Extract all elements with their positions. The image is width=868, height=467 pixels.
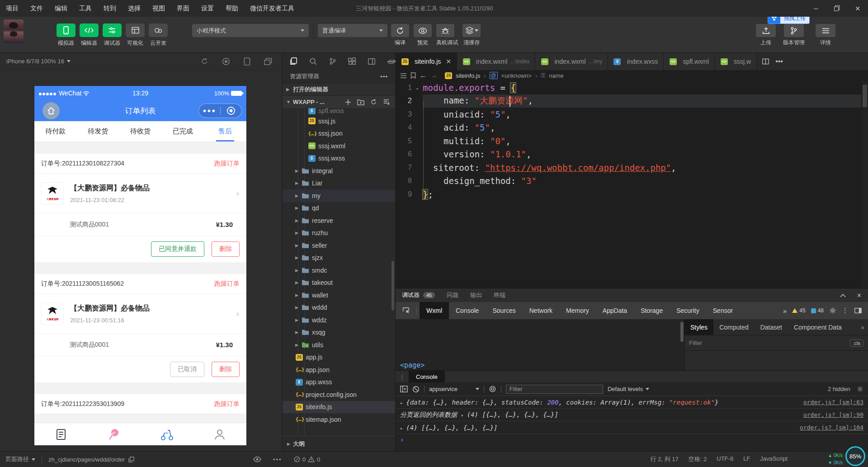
more-dots-icon[interactable]: ●●● xyxy=(199,108,220,113)
device-select[interactable]: iPhone 6/7/8 100% 16 xyxy=(6,58,71,65)
wxml-scrollbar[interactable] xyxy=(680,322,684,342)
menu-选择[interactable]: 选择 xyxy=(122,0,146,17)
encoding[interactable]: UTF-8 xyxy=(717,455,733,463)
tree-item-app.wxss[interactable]: Sapp.wxss xyxy=(283,376,395,389)
action-编译[interactable]: 编译 xyxy=(391,24,409,47)
console-log-row[interactable]: ▸ (4) [{…}, {…}, {…}, {…}]order.js? [sm]… xyxy=(396,421,868,434)
new-folder-icon[interactable] xyxy=(357,99,364,105)
close-panel-icon[interactable]: ✕ xyxy=(857,292,862,299)
action-详情[interactable]: 详情 xyxy=(814,24,837,47)
settings-gear-icon[interactable] xyxy=(829,307,836,314)
tree-item-xsqg[interactable]: ▶xsqg xyxy=(283,326,395,339)
menu-转到[interactable]: 转到 xyxy=(98,0,122,17)
multi-window-icon[interactable] xyxy=(264,57,272,66)
styles-tab-Component Data[interactable]: Component Data xyxy=(788,319,848,335)
rotate-icon[interactable] xyxy=(201,57,208,66)
info-badge[interactable]: 48 xyxy=(811,307,824,314)
files-icon[interactable] xyxy=(289,57,297,66)
styles-filter-input[interactable]: Filter xyxy=(689,340,702,346)
order-tab-售后[interactable]: 售后 xyxy=(204,121,246,142)
phone-frame-icon[interactable] xyxy=(244,57,250,66)
refresh-icon[interactable] xyxy=(370,99,377,105)
docker-icon[interactable] xyxy=(387,58,396,65)
tree-item-sssj.wxss[interactable]: Ssssj.wxss xyxy=(283,152,395,165)
capsule-menu[interactable]: ●●● xyxy=(198,104,242,118)
explorer-scrollbar[interactable] xyxy=(392,261,394,311)
source-link[interactable]: order.js? [sm]:90 xyxy=(803,411,863,418)
action-版本管理[interactable]: 版本管理 xyxy=(782,24,806,47)
console-sidebar-icon[interactable] xyxy=(400,386,408,392)
tree-item-utils[interactable]: ▶utils xyxy=(283,339,395,351)
order-button-删除[interactable]: 删除 xyxy=(212,362,240,377)
editor-tab-siteinfo.js[interactable]: JSsiteinfo.js✕ xyxy=(396,53,457,70)
tree-item-integral[interactable]: ▶integral xyxy=(283,165,395,177)
devtools-tab-Memory[interactable]: Memory xyxy=(559,302,596,319)
tree-item-seller[interactable]: ▶seller xyxy=(283,239,395,252)
tree-item-wallet[interactable]: ▶wallet xyxy=(283,289,395,302)
editor-scrollbar[interactable] xyxy=(862,81,868,288)
cls-button[interactable]: .cls xyxy=(850,340,864,347)
toolbar-button-可视化[interactable]: 可视化 xyxy=(126,24,145,47)
styles-tab-Computed[interactable]: Computed xyxy=(713,319,755,335)
tree-item-spfl.wxss[interactable]: Sspfl.wxss xyxy=(283,108,395,115)
forward-icon[interactable]: → xyxy=(430,71,438,80)
console-settings-icon[interactable] xyxy=(857,386,863,392)
language-mode[interactable]: JavaScript xyxy=(760,455,788,463)
menu-微信开发者工具[interactable]: 微信开发者工具 xyxy=(244,0,300,17)
tree-item-app.js[interactable]: JSapp.js xyxy=(283,351,395,364)
menu-设置[interactable]: 设置 xyxy=(195,0,220,17)
tab-candy[interactable] xyxy=(87,423,140,445)
devtools-tab-AppData[interactable]: AppData xyxy=(596,302,634,319)
eol[interactable]: LF xyxy=(743,455,750,463)
editor-tab-index.wxss[interactable]: Sindex.wxss xyxy=(608,53,664,70)
tree-item-takeout[interactable]: ▶takeout xyxy=(283,277,395,289)
tree-item-sssj.json[interactable]: {…}sssj.json xyxy=(283,127,395,140)
tree-item-sssj.wxml[interactable]: <>sssj.wxml xyxy=(283,140,395,152)
page-path-select[interactable]: 页面路径 xyxy=(5,455,35,463)
wxml-tree[interactable]: <page>▸ <view class="navbar flex-row" st… xyxy=(396,319,684,370)
compile-select[interactable]: 普通编译 xyxy=(318,24,387,37)
order-button-已取消[interactable]: 已取消 xyxy=(170,362,204,377)
search-icon[interactable] xyxy=(309,57,317,66)
devtools-tab-Network[interactable]: Network xyxy=(523,302,559,319)
tree-item-ruzhu[interactable]: ▶ruzhu xyxy=(283,227,395,240)
tree-item-my[interactable]: ▶my xyxy=(283,189,395,202)
project-root[interactable]: ▼WXAPP - ... xyxy=(283,95,395,108)
menu-项目[interactable]: 项目 xyxy=(0,0,24,17)
console-tab[interactable]: Console xyxy=(409,371,445,382)
avatar[interactable] xyxy=(4,19,24,43)
devtools-kebab-icon[interactable]: ⋮ xyxy=(842,307,849,315)
tab-more-icon[interactable]: ••• xyxy=(775,57,783,66)
outline-section[interactable]: ▶大纲 xyxy=(283,436,395,451)
split-editor-icon[interactable] xyxy=(762,58,769,65)
menu-工具[interactable]: 工具 xyxy=(73,0,98,17)
tree-item-sssj.js[interactable]: JSsssj.js xyxy=(283,115,395,127)
menu-帮助[interactable]: 帮助 xyxy=(220,0,244,17)
tab-profile[interactable] xyxy=(193,423,246,445)
status-more-icon[interactable]: ••• xyxy=(273,456,282,463)
tree-item-smdc[interactable]: ▶smdc xyxy=(283,264,395,277)
tree-item-reserve[interactable]: ▶reserve xyxy=(283,214,395,227)
warning-badge[interactable]: 45 xyxy=(792,307,805,314)
styles-tab-Styles[interactable]: Styles xyxy=(684,319,713,335)
order-tab-已完成[interactable]: 已完成 xyxy=(161,121,204,142)
outline-list-icon[interactable] xyxy=(400,73,407,79)
order-button-已同意并退款[interactable]: 已同意并退款 xyxy=(151,241,204,257)
devtools-tab-Wxml[interactable]: Wxml xyxy=(420,302,449,319)
window-layout-icon[interactable] xyxy=(368,57,376,66)
open-editors-section[interactable]: ▶打开的编辑器 xyxy=(283,83,395,95)
stop-icon[interactable] xyxy=(222,57,230,66)
collapse-all-icon[interactable] xyxy=(383,99,390,105)
action-预览[interactable]: 预览 xyxy=(414,24,432,47)
problems-indicator[interactable]: 0 0 xyxy=(294,456,320,463)
action-清缓存[interactable]: 清缓存 xyxy=(462,24,481,47)
editor-tab-index.wxml[interactable]: <>index.wxml...\my xyxy=(535,53,608,70)
order-button-删除[interactable]: 删除 xyxy=(212,241,240,257)
extensions-icon[interactable] xyxy=(348,57,356,66)
source-link[interactable]: order.js? [sm]:104 xyxy=(800,424,863,431)
toolbar-button-模拟器[interactable]: 模拟器 xyxy=(57,24,75,47)
devtools-tab-Security[interactable]: Security xyxy=(670,302,706,319)
toolbar-button-调试器[interactable]: 调试器 xyxy=(103,24,122,47)
code-editor[interactable]: 1⌄module.exports = {2name: "大鹏资源网",3unia… xyxy=(396,81,868,288)
tab-orders[interactable] xyxy=(34,423,87,445)
